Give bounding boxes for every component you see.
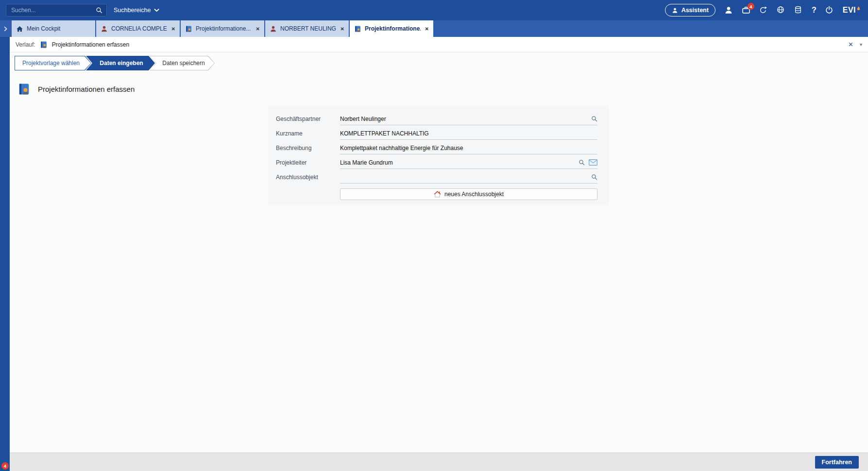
wizard-step-projektvorlage-waehlen[interactable]: Projektvorlage wählen bbox=[15, 56, 91, 70]
project-icon bbox=[354, 25, 361, 33]
form-row-kurzname: Kurzname bbox=[276, 126, 597, 141]
chevron-right-icon bbox=[4, 26, 7, 32]
field-label: Beschreibung bbox=[276, 145, 340, 151]
top-bar: Suchbereiche Assistent 4 bbox=[0, 0, 868, 20]
search-icon[interactable] bbox=[96, 7, 102, 14]
global-search[interactable] bbox=[6, 4, 107, 17]
logout-button[interactable] bbox=[825, 6, 834, 15]
page-title: Projektinformationen erfassen bbox=[38, 85, 135, 93]
assistant-person-icon bbox=[672, 7, 678, 14]
field-label: Anschlussobjekt bbox=[276, 174, 340, 181]
tab-mein-cockpit[interactable]: Mein Cockpit bbox=[12, 20, 95, 37]
form-row-projektleiter: Projektleiter bbox=[276, 155, 597, 170]
brand-text: EVI bbox=[843, 6, 856, 15]
wizard-step-label: Daten speichern bbox=[150, 56, 215, 70]
application-window: Suchbereiche Assistent 4 bbox=[0, 0, 868, 471]
tab-norbert[interactable]: NORBERT NEULINGE... ✕ bbox=[265, 20, 349, 37]
power-icon bbox=[825, 6, 833, 14]
anschlussobjekt-input[interactable] bbox=[340, 174, 587, 181]
tab-label: CORNELIA COMPLE... bbox=[111, 25, 167, 32]
kurzname-input[interactable] bbox=[340, 130, 597, 137]
close-icon[interactable]: ✕ bbox=[171, 26, 175, 32]
form-row-geschaeftspartner: Geschäftspartner bbox=[276, 112, 597, 126]
continue-button[interactable]: Fortfahren bbox=[815, 456, 859, 469]
project-form-panel: Geschäftspartner Kurzname Beschreibung bbox=[268, 105, 609, 205]
project-icon bbox=[17, 83, 31, 96]
house-icon bbox=[434, 191, 441, 198]
person-icon bbox=[101, 25, 108, 33]
history-bar: Verlauf: Projektinformationen erfassen ✕… bbox=[10, 37, 868, 52]
search-icon[interactable] bbox=[591, 116, 597, 122]
undo-icon bbox=[759, 6, 767, 14]
search-scope-dropdown[interactable]: Suchbereiche bbox=[114, 7, 159, 14]
beschreibung-input[interactable] bbox=[340, 145, 597, 151]
wizard-step-label: Daten eingeben bbox=[86, 56, 155, 70]
tab-label: NORBERT NEULINGE... bbox=[280, 25, 336, 32]
projektleiter-field bbox=[340, 156, 597, 169]
page-heading: Projektinformationen erfassen bbox=[17, 83, 135, 96]
mail-icon[interactable] bbox=[589, 159, 597, 166]
tab-label: Projektinformatione... bbox=[196, 25, 252, 32]
tab-label: Projektinformatione... bbox=[365, 25, 421, 32]
tab-label: Mein Cockpit bbox=[27, 25, 91, 32]
wizard-steps: Projektvorlage wählen Daten eingeben Dat… bbox=[15, 56, 215, 70]
wizard-step-daten-speichern[interactable]: Daten speichern bbox=[150, 56, 215, 70]
search-icon[interactable] bbox=[591, 174, 597, 180]
field-label: Projektleiter bbox=[276, 159, 340, 166]
close-icon[interactable]: ✕ bbox=[340, 26, 344, 32]
flame-icon bbox=[857, 6, 860, 11]
search-icon[interactable] bbox=[579, 159, 585, 166]
tab-projektinformationen-1[interactable]: Projektinformatione... ✕ bbox=[181, 20, 264, 37]
close-icon[interactable]: ✕ bbox=[848, 41, 853, 48]
main-content: Verlauf: Projektinformationen erfassen ✕… bbox=[10, 37, 868, 453]
field-label: Geschäftspartner bbox=[276, 116, 340, 122]
tab-bar: Mein Cockpit CORNELIA COMPLE... ✕ Projek… bbox=[0, 20, 868, 37]
search-input[interactable] bbox=[10, 6, 96, 14]
inbox-button[interactable]: 4 bbox=[742, 6, 750, 15]
assistant-label: Assistent bbox=[681, 7, 709, 14]
spacer bbox=[276, 188, 340, 200]
project-icon bbox=[40, 41, 48, 49]
chevron-down-icon bbox=[154, 8, 159, 12]
wizard-step-daten-eingeben[interactable]: Daten eingeben bbox=[86, 56, 155, 70]
brand-logo: EVI bbox=[843, 6, 860, 15]
anschlussobjekt-field bbox=[340, 171, 597, 184]
form-row-anschlussobjekt: Anschlussobjekt bbox=[276, 170, 597, 185]
new-connection-object-button[interactable]: neues Anschlussobjekt bbox=[340, 188, 597, 200]
undo-button[interactable] bbox=[759, 6, 768, 15]
beschreibung-field bbox=[340, 142, 597, 154]
database-button[interactable] bbox=[794, 6, 803, 15]
new-connection-object-row: neues Anschlussobjekt bbox=[276, 188, 597, 200]
projektleiter-input[interactable] bbox=[340, 159, 575, 166]
tab-scroll-left-button[interactable] bbox=[0, 20, 11, 37]
assistant-button[interactable]: Assistent bbox=[665, 4, 715, 17]
close-icon[interactable]: ✕ bbox=[256, 26, 260, 32]
user-icon bbox=[724, 6, 733, 15]
new-connection-object-label: neues Anschlussobjekt bbox=[444, 191, 504, 198]
kurzname-field bbox=[340, 127, 597, 140]
form-row-beschreibung: Beschreibung bbox=[276, 141, 597, 155]
help-button[interactable]: ? bbox=[812, 6, 817, 14]
person-icon bbox=[270, 25, 277, 33]
tab-cornelia[interactable]: CORNELIA COMPLE... ✕ bbox=[96, 20, 180, 37]
close-icon[interactable]: ✕ bbox=[425, 26, 429, 32]
field-label: Kurzname bbox=[276, 130, 340, 137]
project-icon bbox=[185, 25, 192, 33]
wizard-step-label: Projektvorlage wählen bbox=[15, 56, 91, 70]
history-label: Verlauf: bbox=[16, 41, 35, 48]
database-icon bbox=[794, 6, 802, 14]
caret-down-icon[interactable]: ▾ bbox=[860, 42, 862, 47]
geschaeftspartner-input[interactable] bbox=[340, 116, 587, 122]
user-profile-button[interactable] bbox=[724, 6, 733, 15]
tab-projektinformationen-2-active[interactable]: Projektinformatione... ✕ bbox=[350, 20, 433, 37]
globe-icon bbox=[777, 6, 784, 14]
top-bar-actions: Assistent 4 ? EVI bbox=[665, 4, 862, 17]
notification-badge: 4 bbox=[748, 3, 754, 10]
web-portal-button[interactable] bbox=[777, 6, 785, 15]
corner-notification-badge[interactable]: 4 bbox=[1, 462, 9, 470]
geschaeftspartner-field bbox=[340, 113, 597, 125]
history-entry[interactable]: Projektinformationen erfassen bbox=[52, 41, 129, 48]
bottom-action-bar: Fortfahren bbox=[10, 453, 868, 471]
left-side-strip bbox=[0, 37, 10, 471]
home-icon bbox=[16, 25, 23, 33]
